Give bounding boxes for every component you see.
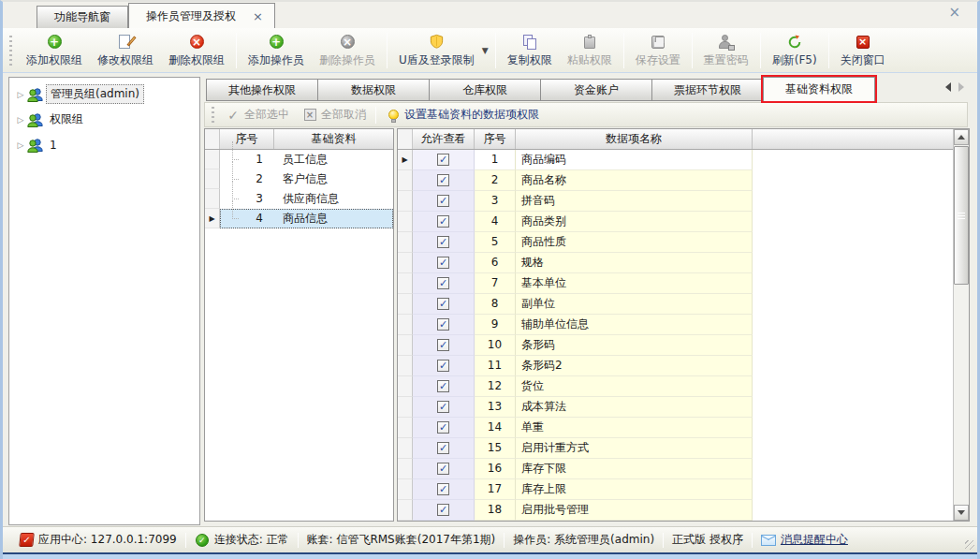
edit-perm-group-button[interactable]: 修改权限组 xyxy=(90,30,161,71)
table-row[interactable]: ✓2商品名称 xyxy=(398,170,953,191)
row-marker xyxy=(398,315,413,335)
scroll-up-button[interactable] xyxy=(954,129,969,145)
ukey-login-limit-button[interactable]: U盾及登录限制 xyxy=(391,30,482,71)
table-row[interactable]: ✓18启用批号管理 xyxy=(398,500,953,521)
copy-perms-button[interactable]: 复制权限 xyxy=(500,30,560,71)
allow-view-checkbox[interactable]: ✓ xyxy=(437,236,449,248)
row-filler xyxy=(753,500,953,521)
edit-doc-icon xyxy=(117,34,134,51)
allow-view-cell: ✓ xyxy=(413,232,475,253)
refresh-button[interactable]: 刷新(F5) xyxy=(765,30,825,71)
tab-base-data-perms-highlighted[interactable]: 基础资料权限 xyxy=(763,77,875,101)
close-window-button[interactable]: ×关闭窗口 xyxy=(833,30,893,71)
tab-scroll-left-icon[interactable] xyxy=(945,82,951,92)
delete-perm-group-button[interactable]: ×删除权限组 xyxy=(161,30,232,71)
allow-view-checkbox[interactable]: ✓ xyxy=(437,195,449,207)
row-name: 副单位 xyxy=(516,294,753,315)
copy-pages-icon xyxy=(521,34,538,51)
table-row[interactable]: ✓13成本算法 xyxy=(398,397,953,418)
table-row[interactable]: ✓17库存上限 xyxy=(398,479,953,500)
table-row[interactable]: ✓9辅助单位信息 xyxy=(398,315,953,335)
row-num: 3 xyxy=(475,191,516,212)
status-message-center[interactable]: 消息提醒中心 xyxy=(753,532,856,548)
expander-icon[interactable]: ▷ xyxy=(15,90,26,99)
allow-view-checkbox[interactable]: ✓ xyxy=(437,277,449,289)
add-perm-group-button[interactable]: +添加权限组 xyxy=(19,30,90,71)
table-row[interactable]: ✓5商品性质 xyxy=(398,232,953,253)
toolbar-separator xyxy=(236,33,237,68)
table-row[interactable]: ✓14单重 xyxy=(398,418,953,438)
table-row[interactable]: ▶✓1商品编码 xyxy=(398,150,953,170)
doc-tab-function-navigation[interactable]: 功能导航窗 xyxy=(37,6,128,28)
tree-item-admin-group[interactable]: ▷管理员组(admin) xyxy=(9,81,199,107)
allow-view-checkbox[interactable]: ✓ xyxy=(437,360,449,372)
allow-view-checkbox[interactable]: ✓ xyxy=(437,154,449,166)
allow-view-checkbox[interactable]: ✓ xyxy=(437,380,449,392)
base-table-header-name[interactable]: 基础资料 xyxy=(274,129,393,149)
row-name: 启用计重方式 xyxy=(516,438,753,459)
doc-tab-operator-management[interactable]: 操作员管理及授权× xyxy=(128,3,275,28)
row-marker xyxy=(398,170,413,191)
dropdown-caret-icon[interactable]: ▼ xyxy=(482,46,489,55)
scrollbar-thumb[interactable] xyxy=(954,146,969,285)
add-operator-button[interactable]: +添加操作员 xyxy=(241,30,312,71)
toolbar-separator xyxy=(495,33,496,68)
allow-view-checkbox[interactable]: ✓ xyxy=(437,442,449,454)
row-num: 16 xyxy=(475,459,516,479)
table-row[interactable]: ✓10条形码 xyxy=(398,335,953,356)
table-row[interactable]: ✓7基本单位 xyxy=(398,273,953,294)
allow-view-checkbox[interactable]: ✓ xyxy=(437,421,449,434)
base-table-header-num[interactable]: 序号 xyxy=(220,129,274,149)
allow-view-checkbox[interactable]: ✓ xyxy=(437,339,449,351)
tree-item-perm-group[interactable]: ▷权限组 xyxy=(9,107,199,132)
window-close-icon[interactable]: × xyxy=(948,6,960,20)
allow-view-checkbox[interactable]: ✓ xyxy=(437,298,449,310)
table-row[interactable]: ✓4商品类别 xyxy=(398,212,953,232)
row-marker xyxy=(398,191,413,212)
tab-bill-stage-perms[interactable]: 票据环节权限 xyxy=(651,79,764,101)
resize-grip[interactable] xyxy=(965,540,974,550)
allow-view-checkbox[interactable]: ✓ xyxy=(437,504,449,516)
data-table-header-num[interactable]: 序号 xyxy=(475,129,516,149)
allow-view-cell: ✓ xyxy=(413,315,475,335)
table-row[interactable]: ✓11条形码2 xyxy=(398,356,953,376)
tab-close-icon[interactable]: × xyxy=(251,10,265,22)
vertical-scrollbar[interactable] xyxy=(953,129,969,521)
toolbar-drag-handle[interactable] xyxy=(9,36,12,66)
scroll-down-button[interactable] xyxy=(954,505,969,521)
allow-view-checkbox[interactable]: ✓ xyxy=(437,318,449,331)
allow-view-checkbox[interactable]: ✓ xyxy=(437,215,449,228)
row-name: 供应商信息 xyxy=(275,190,392,208)
allow-view-checkbox[interactable]: ✓ xyxy=(437,401,449,413)
allow-view-checkbox[interactable]: ✓ xyxy=(437,257,449,269)
tab-other-operation-perms[interactable]: 其他操作权限 xyxy=(206,79,318,101)
table-row[interactable]: ▶4商品信息 xyxy=(205,209,393,228)
allow-view-checkbox[interactable]: ✓ xyxy=(437,174,449,186)
tab-fund-accounts[interactable]: 资金账户 xyxy=(540,79,652,101)
data-table-header-name[interactable]: 数据项名称 xyxy=(516,129,753,149)
tab-warehouse-perms[interactable]: 仓库权限 xyxy=(429,79,541,101)
table-row[interactable]: ✓16库存下限 xyxy=(398,459,953,479)
tree-item-group-1[interactable]: ▷1 xyxy=(9,132,199,157)
table-row[interactable]: ✓15启用计重方式 xyxy=(398,438,953,459)
data-table-header-allow-view[interactable]: 允许查看 xyxy=(413,129,475,149)
row-name: 启用批号管理 xyxy=(516,500,753,521)
table-row[interactable]: ✓8副单位 xyxy=(398,294,953,315)
table-row[interactable]: ✓6规格 xyxy=(398,253,953,273)
tab-data-perms[interactable]: 数据权限 xyxy=(317,79,430,101)
allow-view-cell: ✓ xyxy=(413,418,475,438)
allow-view-checkbox[interactable]: ✓ xyxy=(437,483,449,495)
base-data-table: 序号 基础资料 1员工信息2客户信息3供应商信息▶4商品信息 xyxy=(204,128,394,522)
row-name: 单重 xyxy=(516,418,753,438)
toolbar-group: 重置密码 xyxy=(695,28,758,72)
expander-icon[interactable]: ▷ xyxy=(15,115,26,125)
expander-icon[interactable]: ▷ xyxy=(15,140,26,150)
table-row[interactable]: ✓12货位 xyxy=(398,376,953,397)
set-base-data-item-perms-button[interactable]: 设置基础资料的数据项权限 xyxy=(379,103,546,126)
save-floppy-icon xyxy=(650,34,666,51)
sub-toolbar-drag-handle[interactable] xyxy=(212,107,214,124)
row-name: 成本算法 xyxy=(516,397,753,418)
allow-view-cell: ✓ xyxy=(413,479,475,500)
allow-view-checkbox[interactable]: ✓ xyxy=(437,463,449,475)
table-row[interactable]: ✓3拼音码 xyxy=(398,191,953,212)
